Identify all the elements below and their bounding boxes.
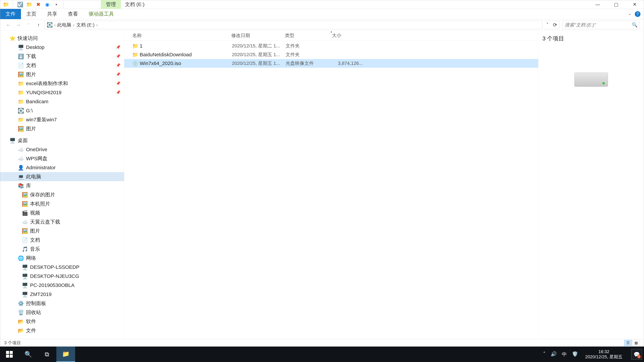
tab-home[interactable]: 主页 xyxy=(21,9,42,19)
nav-sidebar[interactable]: 快速访问 Desktop📌 下载📌 文档📌 图片📌 excel表格制作求和📌 Y… xyxy=(0,31,124,339)
chevron-right-icon[interactable]: › xyxy=(72,22,76,28)
sidebar-yunqishi[interactable]: YUNQISHI2019📌 xyxy=(0,88,124,97)
sidebar-gdrive[interactable]: G:\ xyxy=(0,106,124,115)
file-row[interactable]: BaiduNetdiskDownload 2020/12/25, 星期五 1..… xyxy=(124,50,538,59)
taskview-button[interactable]: ⧉ xyxy=(38,347,56,362)
clock[interactable]: 16:32 2020/12/25, 星期五 xyxy=(583,349,625,360)
breadcrumb[interactable]: 💽 › 此电脑 › 文档 (E:) › xyxy=(44,21,542,29)
file-date: 2020/12/15, 星期二 1... xyxy=(232,43,286,49)
sidebar-item-label: 下载 xyxy=(26,53,36,60)
notification-badge: 3 xyxy=(637,355,641,359)
sidebar-netpc3[interactable]: PC-20190530OBLA xyxy=(0,281,124,290)
back-button[interactable]: ← xyxy=(4,21,12,29)
start-button[interactable] xyxy=(0,347,19,362)
sidebar-localphoto[interactable]: 本机照片 xyxy=(0,199,124,208)
folder-icon xyxy=(18,90,24,95)
sidebar-onedrive[interactable]: OneDrive xyxy=(0,145,124,154)
address-history-dropdown[interactable]: ˅ xyxy=(544,22,551,28)
sidebar-downloads[interactable]: 下载📌 xyxy=(0,52,124,61)
taskbar-explorer-button[interactable]: 📁 xyxy=(56,347,75,362)
view-toggle: ☰ ▦ xyxy=(624,340,640,346)
sidebar-pictures2[interactable]: 图片 xyxy=(0,124,124,133)
file-row-selected[interactable]: Win7x64_2020.iso 2020/12/25, 星期五 1... 光盘… xyxy=(124,59,538,68)
sidebar-netpc4[interactable]: ZMT2019 xyxy=(0,290,124,299)
search-icon[interactable]: 🔍 xyxy=(632,22,638,28)
refresh-button[interactable]: ⟳ xyxy=(551,22,559,28)
sidebar-quick-access[interactable]: 快速访问 xyxy=(0,34,124,43)
breadcrumb-seg-drive[interactable]: 文档 (E:) xyxy=(76,22,94,28)
sidebar-documents2[interactable]: 文档 xyxy=(0,236,124,245)
qat-folder-icon[interactable]: 📁 xyxy=(26,1,32,7)
sidebar-thispc[interactable]: 此电脑 xyxy=(0,172,124,181)
search-box[interactable]: 🔍 xyxy=(563,21,640,29)
sidebar-netpc1[interactable]: DESKTOP-LSSOEDP xyxy=(0,263,124,272)
desktop-icon xyxy=(10,138,15,143)
pictures-icon xyxy=(18,71,24,77)
tab-drive-tools[interactable]: 驱动器工具 xyxy=(83,9,119,19)
close-button[interactable]: ✕ xyxy=(626,0,644,9)
sidebar-software[interactable]: 软件 xyxy=(0,317,124,326)
volume-icon[interactable]: 🔊 xyxy=(550,351,557,358)
sidebar-files[interactable]: 文件 xyxy=(0,326,124,335)
chevron-right-icon[interactable]: › xyxy=(95,22,99,28)
sidebar-item-label: 回收站 xyxy=(26,309,41,316)
file-list[interactable]: 1 2020/12/15, 星期二 1... 文件夹 BaiduNetdiskD… xyxy=(124,40,538,339)
minimize-button[interactable]: — xyxy=(588,0,607,9)
sidebar-item-label: 此电脑 xyxy=(26,173,41,180)
tray-overflow-icon[interactable]: ˄ xyxy=(543,351,546,358)
taskbar-search-button[interactable]: 🔍 xyxy=(19,347,38,362)
up-button[interactable]: ↑ xyxy=(34,21,43,29)
sidebar-controlpanel[interactable]: 控制面板 xyxy=(0,299,124,308)
qat-app-icon[interactable]: ◉ xyxy=(44,1,50,7)
file-row[interactable]: 1 2020/12/15, 星期二 1... 文件夹 xyxy=(124,41,538,50)
sidebar-win7reinstall[interactable]: win7重装win7 xyxy=(0,115,124,124)
tab-share[interactable]: 共享 xyxy=(42,9,62,19)
sidebar-savedpic[interactable]: 保存的图片 xyxy=(0,190,124,199)
expand-ribbon-icon[interactable]: ⌄ xyxy=(628,11,632,17)
chevron-right-icon[interactable]: › xyxy=(53,22,56,28)
svg-rect-0 xyxy=(6,351,9,354)
breadcrumb-seg-thispc[interactable]: 此电脑 xyxy=(57,22,71,28)
explorer-window: 📁 ☑️ 📁 ✖ ◉ ▾ 管理 文档 (E:) — ▢ ✕ 文件 主页 共享 查… xyxy=(0,0,644,347)
sidebar-netpc2[interactable]: DESKTOP-NJEU3CG xyxy=(0,272,124,281)
recent-dropdown[interactable]: ˅ xyxy=(24,21,33,29)
sidebar-desktop-root[interactable]: 桌面 xyxy=(0,136,124,145)
sidebar-wps[interactable]: WPS网盘 xyxy=(0,154,124,163)
action-center-button[interactable]: 💬3 xyxy=(631,349,642,360)
tab-file[interactable]: 文件 xyxy=(0,9,21,19)
sidebar-item-label: 图片 xyxy=(26,71,36,78)
sidebar-documents[interactable]: 文档📌 xyxy=(0,61,124,70)
sidebar-pictures[interactable]: 图片📌 xyxy=(0,70,124,79)
search-input[interactable] xyxy=(565,22,632,28)
sidebar-item-label: excel表格制作求和 xyxy=(26,80,68,87)
thumbnails-view-button[interactable]: ▦ xyxy=(632,340,640,346)
sidebar-item-label: Administrator xyxy=(26,165,56,170)
sidebar-administrator[interactable]: Administrator xyxy=(0,163,124,172)
window-controls: — ▢ ✕ xyxy=(588,0,644,9)
sidebar-excel-folder[interactable]: excel表格制作求和📌 xyxy=(0,79,124,88)
sidebar-desktop[interactable]: Desktop📌 xyxy=(0,43,124,52)
tab-view[interactable]: 查看 xyxy=(62,9,83,19)
forward-button[interactable]: → xyxy=(14,21,23,29)
ime-indicator[interactable]: 中 xyxy=(562,351,567,358)
sidebar-pictures3[interactable]: 图片 xyxy=(0,226,124,236)
sidebar-recyclebin[interactable]: 回收站 xyxy=(0,308,124,317)
sidebar-tianyi[interactable]: 天翼云盘下载 xyxy=(0,217,124,226)
preview-pane: 3 个项目 xyxy=(538,31,644,339)
help-icon[interactable]: ? xyxy=(635,11,640,17)
details-view-button[interactable]: ☰ xyxy=(624,340,632,346)
controlpanel-icon xyxy=(18,301,24,306)
qat-dropdown-icon[interactable]: ▾ xyxy=(53,1,59,7)
column-headers-wrap: ▴ 名称 修改日期 类型 大小 xyxy=(124,31,538,40)
sidebar-bandicam[interactable]: Bandicam xyxy=(0,97,124,106)
security-icon[interactable]: 🛡️ xyxy=(572,351,578,358)
sidebar-item-label: 控制面板 xyxy=(26,300,46,307)
qat-delete-icon[interactable]: ✖ xyxy=(35,1,41,7)
sidebar-libraries[interactable]: 库 xyxy=(0,181,124,190)
maximize-button[interactable]: ▢ xyxy=(607,0,626,9)
pictures-icon xyxy=(22,192,28,198)
sidebar-music[interactable]: 音乐 xyxy=(0,245,124,254)
sidebar-network[interactable]: 网络 xyxy=(0,254,124,263)
sidebar-video[interactable]: 视频 xyxy=(0,208,124,217)
qat-checkbox-icon[interactable]: ☑️ xyxy=(17,1,23,7)
